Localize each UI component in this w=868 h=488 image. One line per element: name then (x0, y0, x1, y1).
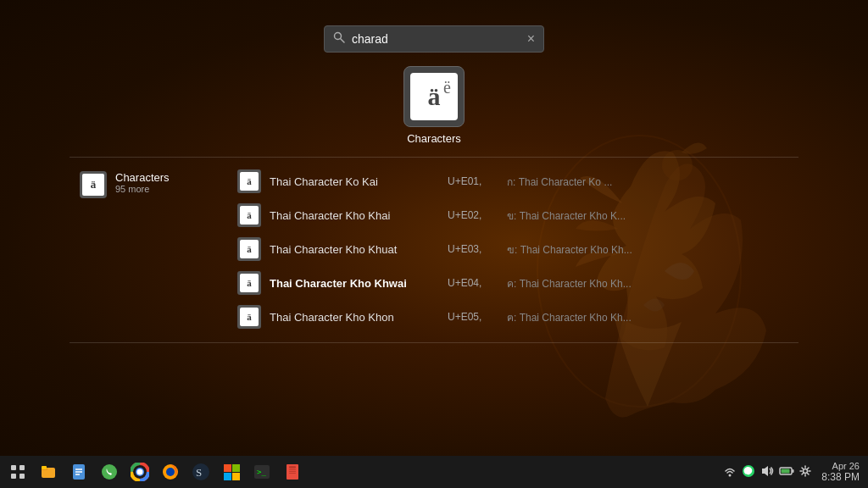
svg-rect-10 (42, 466, 47, 469)
svg-point-21 (137, 469, 143, 475)
taskbar-docs[interactable] (64, 458, 93, 486)
result-item[interactable]: ä Thai Character Kho Khwai U+E04, ค: Tha… (231, 266, 790, 300)
characters-app-result[interactable]: ä ë Characters (403, 66, 465, 145)
svg-rect-27 (232, 464, 240, 472)
taskbar-chrome[interactable] (125, 458, 154, 486)
search-input[interactable] (352, 32, 504, 46)
svg-rect-34 (289, 469, 296, 470)
category-icon-inner: ä (82, 174, 104, 196)
svg-marker-39 (762, 466, 768, 476)
svg-rect-28 (224, 473, 231, 480)
app-icon-umlaut: ë (443, 78, 451, 97)
category-icon: ä (80, 171, 107, 198)
app-icon-letter: ä (428, 82, 441, 111)
result-item-desc-0: ก: Thai Character Ko ... (507, 174, 612, 190)
taskbar-right: Apr 26 8:38 PM (723, 461, 865, 483)
result-item-code-3: U+E04, (448, 277, 498, 289)
result-item[interactable]: ä Thai Character Kho Khai U+E02, ข: Thai… (231, 198, 790, 232)
result-item-icon-0: ä (237, 169, 261, 193)
app-icon-inner: ä ë (410, 73, 458, 120)
result-item-code-1: U+E02, (448, 209, 498, 221)
search-clear-button[interactable]: × (527, 31, 535, 47)
category-count: 95 more (115, 184, 170, 194)
svg-text:>_: >_ (257, 468, 266, 476)
result-item-icon-2: ä (237, 237, 261, 261)
result-item-name-0: Thai Character Ko Kai (270, 175, 439, 188)
result-item-icon-4: ä (237, 305, 261, 329)
svg-point-37 (729, 474, 732, 476)
svg-point-15 (102, 464, 117, 480)
search-icon (333, 31, 345, 47)
taskbar-phone[interactable] (95, 458, 124, 486)
taskbar-terminal[interactable]: >_ (248, 458, 276, 486)
result-item-icon-3: ä (237, 271, 261, 295)
svg-rect-41 (793, 469, 794, 473)
svg-text:S: S (196, 466, 202, 479)
svg-rect-7 (19, 474, 25, 479)
svg-rect-29 (232, 473, 240, 480)
result-item[interactable]: ä Thai Character Kho Khon U+E05, ฅ: Thai… (231, 300, 790, 334)
results-section: ä Characters 95 more ä Thai Character Ko… (70, 164, 798, 334)
clock-time: 8:38 PM (821, 471, 860, 483)
result-item-name-2: Thai Character Kho Khuat (270, 243, 439, 256)
svg-rect-4 (11, 465, 16, 470)
category-pane: ä Characters 95 more (70, 164, 222, 334)
svg-rect-33 (289, 466, 296, 469)
taskbar-tray (723, 464, 811, 480)
svg-point-23 (166, 468, 175, 476)
svg-rect-36 (289, 473, 296, 474)
result-item-desc-1: ข: Thai Character Kho K... (507, 208, 626, 224)
clock-date: Apr 26 (832, 461, 860, 471)
result-item-name-3: Thai Character Kho Khwai (270, 277, 439, 290)
bottom-divider (70, 342, 798, 343)
result-item-name-1: Thai Character Kho Khai (270, 209, 439, 222)
result-item-code-2: U+E03, (448, 243, 498, 255)
svg-rect-26 (224, 464, 231, 472)
taskbar-archive[interactable] (278, 458, 307, 486)
app-icon: ä ë (403, 66, 465, 127)
category-text: Characters 95 more (115, 171, 170, 194)
app-label: Characters (407, 132, 461, 145)
svg-rect-6 (11, 474, 16, 479)
result-item-code-4: U+E05, (448, 311, 498, 323)
taskbar-ms[interactable] (217, 458, 246, 486)
result-item-desc-4: ฅ: Thai Character Kho Kh... (507, 309, 632, 325)
svg-rect-42 (782, 469, 790, 474)
result-item[interactable]: ä Thai Character Ko Kai U+E01, ก: Thai C… (231, 164, 790, 198)
tray-battery-icon[interactable] (779, 465, 794, 479)
tray-volume-icon[interactable] (760, 465, 774, 480)
taskbar-firefox[interactable] (156, 458, 185, 486)
svg-rect-35 (289, 471, 296, 472)
taskbar-left: S >_ (3, 458, 307, 486)
taskbar-steam[interactable]: S (186, 458, 215, 486)
search-overlay: × ä ë Characters ä Characters 95 more (0, 0, 868, 488)
top-divider (70, 157, 798, 158)
category-name: Characters (115, 171, 170, 184)
items-pane: ä Thai Character Ko Kai U+E01, ก: Thai C… (222, 164, 798, 334)
tray-whatsapp-icon[interactable] (742, 464, 755, 480)
search-bar[interactable]: × (324, 25, 544, 53)
taskbar-clock: Apr 26 8:38 PM (821, 461, 860, 483)
result-item[interactable]: ä Thai Character Kho Khuat U+E03, ฃ: Tha… (231, 232, 790, 266)
svg-point-43 (804, 469, 808, 473)
svg-line-3 (341, 39, 345, 43)
taskbar: S >_ (0, 456, 868, 488)
result-item-icon-1: ä (237, 203, 261, 227)
result-item-desc-3: ค: Thai Character Kho Kh... (507, 275, 632, 291)
svg-rect-5 (19, 465, 25, 470)
taskbar-files[interactable] (34, 458, 63, 486)
tray-settings-icon[interactable] (799, 465, 811, 480)
result-item-code-0: U+E01, (448, 175, 498, 187)
tray-network-icon[interactable] (723, 465, 737, 480)
taskbar-app-grid[interactable] (3, 458, 32, 486)
result-item-desc-2: ฃ: Thai Character Kho Kh... (507, 241, 632, 258)
result-item-name-4: Thai Character Kho Khon (270, 311, 439, 324)
